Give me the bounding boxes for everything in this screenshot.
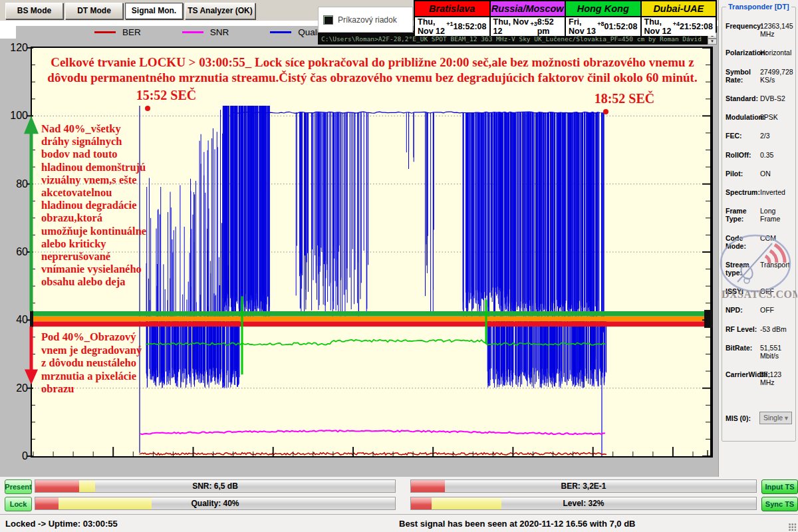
- tab-dt-mode[interactable]: DT Mode: [65, 3, 123, 19]
- time-marker-label: 18:52 SEČ: [578, 91, 671, 106]
- clock-city-label: Russia/Moscow: [491, 1, 565, 17]
- transponder-row-value: Transport: [760, 261, 795, 277]
- y-axis-label: 20: [4, 382, 28, 394]
- transponder-row-value: -53 dBm: [760, 325, 795, 333]
- transponder-row-value: CCM: [760, 234, 795, 250]
- clock-time-row: Thu, Nov 12+421:52:08: [642, 17, 716, 36]
- legend-swatch-ber: [94, 31, 116, 33]
- tab-ts-analyzer-ok[interactable]: TS Analyzer (OK): [185, 3, 255, 19]
- transponder-row-label: Pilot:: [726, 170, 760, 178]
- legend-item-snr: SNR: [182, 27, 229, 37]
- mis-dropdown[interactable]: Single ▼: [759, 412, 792, 424]
- transponder-row-value: DVB-S2: [760, 94, 795, 102]
- transponder-row-label: Polarization:: [726, 49, 760, 57]
- input-ts-button[interactable]: Input TS: [761, 479, 798, 494]
- transponder-row: Modulation:8PSK: [722, 113, 795, 121]
- clock-utc-offset: +3: [530, 21, 537, 27]
- transponder-row-label: Code Mode:: [726, 234, 760, 250]
- mis-value: Single: [763, 414, 783, 422]
- transponder-row-label: Frame Type:: [726, 207, 760, 223]
- lock-button[interactable]: Lock: [5, 497, 32, 511]
- signal-monitor-window: BS ModeDT ModeSignal Mon.TS Analyzer (OK…: [0, 0, 798, 532]
- clock-time: 21:52:08: [680, 22, 713, 31]
- resize-grip[interactable]: [788, 523, 797, 531]
- transponder-row-label: RF Level:: [726, 325, 760, 333]
- transponder-row-value: 37,123 MHz: [760, 370, 795, 386]
- bar-label: SNR: 6,5 dB: [35, 480, 395, 492]
- best-signal-status: Best signal has been seen at 2020-11-12 …: [399, 519, 636, 529]
- level-progressbar: Level: 32%: [410, 497, 757, 510]
- transponder-row-value: 51,551 Mbit/s: [760, 344, 795, 360]
- bar-label: BER: 3,2E-1: [411, 480, 756, 492]
- clock-city-label: Bratislava: [415, 1, 489, 17]
- clock-date: Thu, Nov 12: [644, 17, 673, 36]
- clock-russia-moscow: Russia/MoscowThu, Nov 12+38:52 pm: [489, 0, 567, 33]
- status-bar: Locked -> Uptime: 03:00:55 Best signal h…: [0, 514, 798, 532]
- clock-city-label: Hong Kong: [566, 1, 640, 17]
- transponder-row-label: FEC:: [726, 132, 760, 140]
- transponder-row: Standard:DVB-S2: [722, 94, 795, 102]
- transponder-row-value: Long Frame: [760, 207, 795, 223]
- clock-date: Thu, Nov 12: [418, 17, 446, 36]
- command-prompt-titlebar[interactable]: Príkazový riadok: [318, 7, 413, 33]
- transponder-row: Spectrum:Inverted: [722, 188, 795, 196]
- transponder-row: RF Level:-53 dBm: [722, 325, 795, 333]
- bar-label: Level: 32%: [411, 497, 756, 509]
- clock-utc-offset: +4: [673, 21, 680, 27]
- transponder-panel: Transponder [DT] Frequency:12363,145 MHz…: [718, 0, 798, 532]
- chevron-down-icon: ▼: [783, 413, 789, 424]
- transponder-row: Code Mode:CCM: [722, 234, 795, 250]
- clock-date: Fri, Nov 13: [569, 17, 597, 36]
- transponder-row-value: 12363,145 MHz: [760, 22, 795, 38]
- clock-bratislava: BratislavaThu, Nov 12+118:52:08: [414, 0, 491, 33]
- legend-item-ber: BER: [94, 27, 141, 37]
- transponder-row-label: CarrierWidth:: [726, 370, 760, 386]
- clock-city-label: Dubai-UAE: [642, 1, 716, 17]
- chart-annotation-above-40: Nad 40%_všetky dráhy signálnych bodov na…: [41, 122, 194, 289]
- transponder-row: Stream type:Transport: [722, 261, 795, 277]
- y-axis-label: 120: [4, 42, 28, 54]
- present-button[interactable]: Present: [5, 479, 32, 494]
- scroll-down-icon[interactable]: ▼: [708, 39, 717, 45]
- transponder-row-label: Stream type:: [726, 261, 760, 277]
- legend-label-snr: SNR: [210, 27, 229, 37]
- transponder-row: BitRate:51,551 Mbit/s: [722, 344, 795, 360]
- mis-label: MIS (0):: [726, 414, 759, 422]
- tab-signal-mon[interactable]: Signal Mon.: [125, 3, 183, 19]
- command-prompt-text: C:\Users\Roman>A2F-28,2°E_UK SPOT BEAM_1…: [321, 35, 702, 43]
- transponder-row: Pilot:ON: [722, 170, 795, 178]
- y-axis-label: 60: [4, 246, 28, 258]
- tab-bs-mode[interactable]: BS Mode: [5, 3, 63, 19]
- mis-row: MIS (0): Single ▼: [726, 412, 792, 424]
- y-axis-label: 80: [4, 178, 28, 190]
- y-axis-label: 40: [4, 314, 28, 326]
- transponder-row-label: RollOff:: [726, 151, 760, 159]
- clock-time-row: Thu, Nov 12+38:52 pm: [491, 17, 565, 36]
- legend-swatch-quality: [270, 31, 291, 33]
- transponder-row-label: Symbol Rate:: [726, 68, 760, 84]
- transponder-row: ISSYIOFF: [722, 287, 795, 295]
- snr-progressbar: SNR: 6,5 dB: [35, 479, 396, 493]
- clock-date: Thu, Nov 12: [493, 17, 531, 36]
- transponder-row-value: Horizontal: [760, 49, 795, 57]
- y-axis-label: 0: [4, 450, 28, 462]
- left-margin-strip: [0, 21, 16, 39]
- transponder-title: Transponder [DT]: [726, 3, 791, 11]
- transponder-row: Symbol Rate:27499,728 KS/s: [722, 68, 795, 84]
- time-marker-label: 15:52 SEČ: [120, 88, 213, 103]
- transponder-row: Frequency:12363,145 MHz: [722, 22, 795, 38]
- console-icon: [323, 15, 333, 25]
- transponder-row-value: OFF: [760, 287, 795, 295]
- world-clocks: BratislavaThu, Nov 12+118:52:08Russia/Mo…: [414, 0, 717, 33]
- transponder-row-value: 27499,728 KS/s: [760, 68, 795, 84]
- transponder-row-value: 8PSK: [760, 113, 795, 121]
- sync-ts-button[interactable]: Sync TS: [761, 497, 798, 511]
- transponder-row: RollOff:0.35: [722, 151, 795, 159]
- transponder-row-value: Inverted: [760, 188, 795, 196]
- transponder-row: Frame Type:Long Frame: [722, 207, 795, 223]
- chart-annotation-below-40: Pod 40%_Obrazový vnem je degradovaný z d…: [41, 331, 194, 396]
- command-prompt-title: Príkazový riadok: [338, 15, 397, 25]
- transponder-groupbox: Transponder [DT] Frequency:12363,145 MHz…: [722, 7, 796, 442]
- transponder-row-value: 0.35: [760, 151, 795, 159]
- clock-utc-offset: +8: [597, 21, 604, 27]
